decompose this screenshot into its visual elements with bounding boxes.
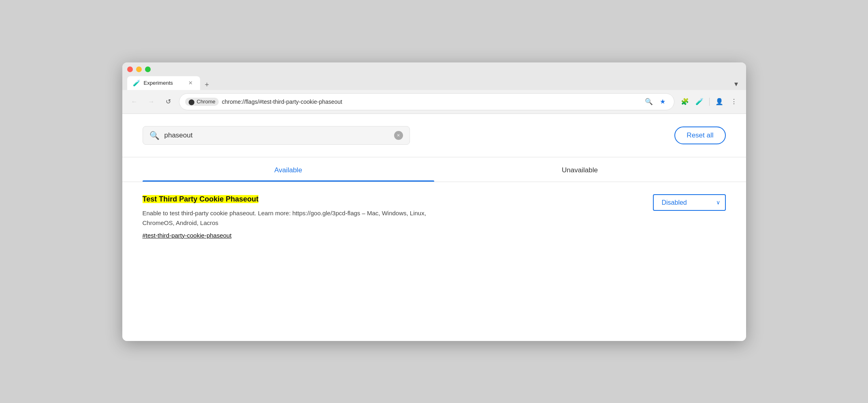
browser-window: 🧪 Experiments ✕ + ▾ ← → ↺ ⬤ Chrome chrom… — [122, 62, 746, 341]
tab-available[interactable]: Available — [143, 157, 434, 182]
address-bar[interactable]: ⬤ Chrome chrome://flags/#test-third-part… — [179, 93, 674, 110]
extensions-button[interactable]: 🧩 — [678, 95, 691, 108]
tabs-row: 🧪 Experiments ✕ + ▾ — [127, 76, 741, 90]
bookmark-button[interactable]: ★ — [657, 96, 668, 107]
flags-tabs: Available Unavailable — [143, 157, 726, 182]
search-bar-row: 🔍 × Reset all — [143, 126, 726, 145]
flag-title: Test Third Party Cookie Phaseout — [143, 195, 259, 203]
search-box: 🔍 × — [143, 126, 410, 145]
search-input[interactable] — [164, 131, 389, 139]
flag-description: Enable to test third-party cookie phaseo… — [143, 208, 459, 228]
active-tab[interactable]: 🧪 Experiments ✕ — [127, 76, 200, 90]
flag-item: Test Third Party Cookie Phaseout Enable … — [143, 182, 726, 247]
close-button[interactable] — [127, 66, 133, 72]
back-button[interactable]: ← — [128, 95, 141, 108]
toolbar-divider — [709, 98, 710, 106]
site-name: Chrome — [197, 99, 215, 105]
zoom-button[interactable]: 🔍 — [643, 96, 655, 107]
nav-bar: ← → ↺ ⬤ Chrome chrome://flags/#test-thir… — [122, 90, 746, 114]
flag-select-wrap: Default Disabled Enabled — [653, 194, 726, 211]
reload-button[interactable]: ↺ — [162, 95, 175, 108]
search-clear-button[interactable]: × — [394, 131, 403, 140]
minimize-button[interactable] — [136, 66, 142, 72]
profile-button[interactable]: 👤 — [713, 95, 726, 108]
tab-unavailable[interactable]: Unavailable — [434, 157, 726, 182]
flag-control: Default Disabled Enabled — [629, 194, 726, 211]
experiments-button[interactable]: 🧪 — [693, 95, 706, 108]
menu-button[interactable]: ⋮ — [727, 95, 740, 108]
title-bar: 🧪 Experiments ✕ + ▾ — [122, 62, 746, 90]
toolbar-actions: 🧩 🧪 👤 ⋮ — [678, 95, 740, 108]
tab-icon: 🧪 — [133, 79, 141, 87]
flag-anchor-link[interactable]: #test-third-party-cookie-phaseout — [143, 232, 612, 239]
reset-all-button[interactable]: Reset all — [674, 126, 725, 144]
tab-list-button[interactable]: ▾ — [731, 78, 741, 90]
flag-dropdown[interactable]: Default Disabled Enabled — [653, 194, 726, 211]
page-content: 🔍 × Reset all Available Unavailable Test… — [122, 114, 746, 341]
maximize-button[interactable] — [145, 66, 151, 72]
site-badge: ⬤ Chrome — [185, 98, 219, 106]
forward-button[interactable]: → — [145, 95, 158, 108]
address-actions: 🔍 ★ — [643, 96, 668, 107]
new-tab-button[interactable]: + — [202, 79, 213, 90]
search-icon: 🔍 — [149, 131, 160, 140]
flag-info: Test Third Party Cookie Phaseout Enable … — [143, 194, 612, 239]
chrome-icon: ⬤ — [188, 99, 195, 105]
tab-close-button[interactable]: ✕ — [187, 79, 194, 87]
tab-label: Experiments — [144, 80, 184, 86]
traffic-lights — [127, 66, 741, 72]
url-display: chrome://flags/#test-third-party-cookie-… — [222, 99, 640, 105]
